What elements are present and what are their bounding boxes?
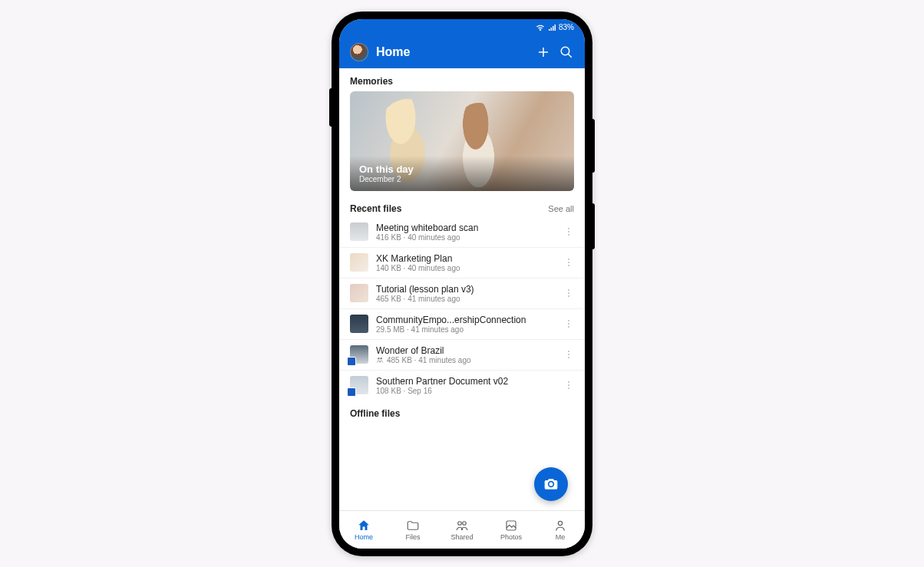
file-info: Southern Partner Document v02108 KB · Se… bbox=[376, 376, 556, 395]
svg-point-6 bbox=[458, 521, 462, 525]
shared-icon bbox=[455, 519, 469, 532]
memories-label: Memories bbox=[339, 68, 585, 91]
nav-label: Home bbox=[355, 533, 373, 541]
memory-subtitle: December 2 bbox=[359, 175, 565, 183]
file-info: Meeting whiteboard scan416 KB · 40 minut… bbox=[376, 223, 556, 242]
file-name: Wonder of Brazil bbox=[376, 345, 556, 356]
add-button[interactable] bbox=[536, 45, 551, 60]
nav-home[interactable]: Home bbox=[339, 511, 388, 549]
file-name: CommunityEmpo...ershipConnection bbox=[376, 315, 556, 325]
file-meta: 140 KB · 40 minutes ago bbox=[376, 264, 556, 272]
wifi-icon bbox=[536, 24, 545, 31]
offline-label: Offline files bbox=[339, 401, 585, 424]
file-name: XK Marketing Plan bbox=[376, 253, 556, 264]
phone-frame: 83% Home Memories On this day December 2 bbox=[332, 12, 592, 556]
file-thumbnail bbox=[350, 253, 368, 272]
more-button[interactable] bbox=[563, 259, 574, 266]
bottom-nav: Home Files Shared Photos Me bbox=[339, 510, 585, 549]
more-button[interactable] bbox=[563, 351, 574, 358]
svg-point-2 bbox=[561, 47, 569, 55]
file-row[interactable]: Wonder of Brazil485 KB · 41 minutes ago bbox=[339, 340, 585, 371]
nav-files[interactable]: Files bbox=[388, 511, 437, 549]
app-bar: Home bbox=[339, 36, 585, 68]
more-button[interactable] bbox=[563, 381, 574, 389]
svg-line-3 bbox=[568, 54, 572, 58]
content-scroll[interactable]: Memories On this day December 2 Recent f… bbox=[339, 68, 585, 510]
file-info: CommunityEmpo...ershipConnection29.5 MB … bbox=[376, 315, 556, 334]
photos-icon bbox=[504, 519, 518, 532]
file-meta: 416 KB · 40 minutes ago bbox=[376, 233, 556, 242]
nav-label: Files bbox=[405, 533, 420, 541]
nav-photos[interactable]: Photos bbox=[487, 511, 536, 549]
memory-overlay: On this day December 2 bbox=[350, 156, 574, 191]
folder-icon bbox=[406, 519, 420, 532]
more-button[interactable] bbox=[563, 289, 574, 297]
search-icon bbox=[559, 45, 573, 59]
person-icon bbox=[553, 519, 567, 532]
camera-icon bbox=[543, 476, 559, 492]
file-info: Tutorial (lesson plan v3)465 KB · 41 min… bbox=[376, 284, 556, 303]
file-row[interactable]: Meeting whiteboard scan416 KB · 40 minut… bbox=[339, 217, 585, 248]
file-thumbnail bbox=[350, 284, 368, 302]
memory-title: On this day bbox=[359, 163, 565, 175]
camera-fab[interactable] bbox=[534, 467, 568, 501]
file-meta: 465 KB · 41 minutes ago bbox=[376, 295, 556, 303]
svg-point-7 bbox=[463, 521, 467, 525]
file-thumbnail bbox=[350, 376, 368, 394]
nav-label: Photos bbox=[500, 533, 522, 541]
home-icon bbox=[357, 519, 371, 532]
file-info: XK Marketing Plan140 KB · 40 minutes ago bbox=[376, 253, 556, 272]
battery-text: 83% bbox=[559, 23, 574, 31]
svg-point-4 bbox=[378, 358, 380, 360]
status-bar: 83% bbox=[339, 19, 585, 36]
file-row[interactable]: CommunityEmpo...ershipConnection29.5 MB … bbox=[339, 309, 585, 340]
file-name: Southern Partner Document v02 bbox=[376, 376, 556, 387]
file-thumbnail bbox=[350, 345, 368, 364]
file-thumbnail bbox=[350, 315, 368, 333]
svg-point-5 bbox=[380, 358, 382, 360]
screen: 83% Home Memories On this day December 2 bbox=[339, 19, 585, 549]
svg-point-9 bbox=[558, 521, 562, 525]
file-meta: 29.5 MB · 41 minutes ago bbox=[376, 325, 556, 334]
more-button[interactable] bbox=[563, 320, 574, 328]
nav-label: Shared bbox=[450, 533, 473, 541]
page-title: Home bbox=[376, 45, 528, 59]
nav-shared[interactable]: Shared bbox=[437, 511, 487, 549]
file-name: Tutorial (lesson plan v3) bbox=[376, 284, 556, 295]
file-name: Meeting whiteboard scan bbox=[376, 223, 556, 233]
avatar[interactable] bbox=[350, 43, 368, 61]
file-info: Wonder of Brazil485 KB · 41 minutes ago bbox=[376, 345, 556, 364]
file-meta: 485 KB · 41 minutes ago bbox=[376, 356, 556, 364]
file-row[interactable]: XK Marketing Plan140 KB · 40 minutes ago bbox=[339, 248, 585, 279]
nav-me[interactable]: Me bbox=[536, 511, 585, 549]
more-button[interactable] bbox=[563, 228, 574, 236]
see-all-link[interactable]: See all bbox=[548, 204, 574, 213]
file-row[interactable]: Tutorial (lesson plan v3)465 KB · 41 min… bbox=[339, 279, 585, 309]
file-thumbnail bbox=[350, 223, 368, 241]
file-row[interactable]: Southern Partner Document v02108 KB · Se… bbox=[339, 371, 585, 401]
memory-card[interactable]: On this day December 2 bbox=[350, 91, 574, 191]
svg-rect-8 bbox=[507, 521, 516, 530]
recent-label: Recent files bbox=[350, 203, 401, 214]
search-button[interactable] bbox=[559, 45, 574, 60]
file-list: Meeting whiteboard scan416 KB · 40 minut… bbox=[339, 217, 585, 401]
file-meta: 108 KB · Sep 16 bbox=[376, 387, 556, 395]
nav-label: Me bbox=[556, 533, 566, 541]
signal-icon bbox=[548, 24, 556, 31]
recent-header: Recent files See all bbox=[339, 196, 585, 217]
